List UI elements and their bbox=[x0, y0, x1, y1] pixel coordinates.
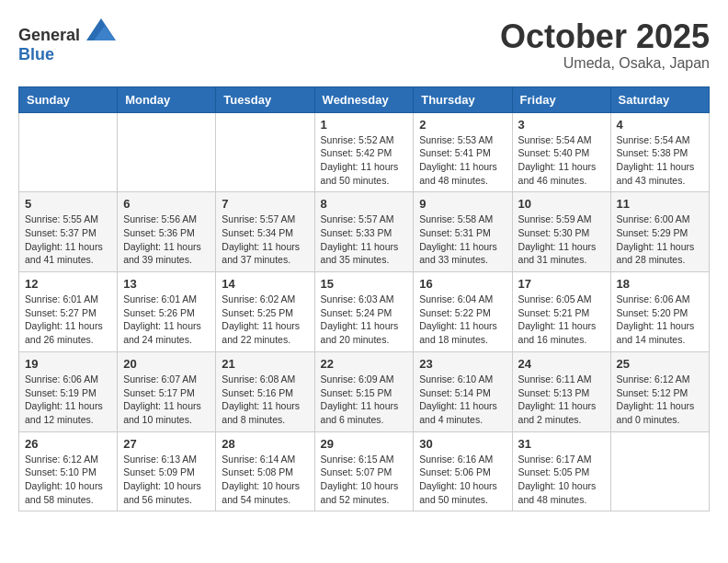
day-number: 31 bbox=[518, 437, 605, 451]
calendar-cell bbox=[610, 431, 709, 511]
day-info: Sunrise: 6:00 AM Sunset: 5:29 PM Dayligh… bbox=[617, 213, 703, 267]
calendar-cell: 12Sunrise: 6:01 AM Sunset: 5:27 PM Dayli… bbox=[19, 272, 118, 352]
calendar-cell: 18Sunrise: 6:06 AM Sunset: 5:20 PM Dayli… bbox=[610, 272, 709, 352]
day-number: 4 bbox=[617, 118, 703, 132]
day-info: Sunrise: 5:55 AM Sunset: 5:37 PM Dayligh… bbox=[25, 213, 111, 267]
day-number: 20 bbox=[123, 357, 210, 371]
calendar-cell bbox=[118, 112, 216, 192]
calendar-cell: 29Sunrise: 6:15 AM Sunset: 5:07 PM Dayli… bbox=[314, 431, 414, 511]
day-number: 17 bbox=[518, 277, 605, 291]
day-number: 12 bbox=[25, 277, 111, 291]
day-info: Sunrise: 6:16 AM Sunset: 5:06 PM Dayligh… bbox=[419, 453, 506, 507]
calendar-cell: 19Sunrise: 6:06 AM Sunset: 5:19 PM Dayli… bbox=[19, 351, 118, 431]
day-number: 19 bbox=[25, 357, 111, 371]
day-info: Sunrise: 5:58 AM Sunset: 5:31 PM Dayligh… bbox=[419, 213, 506, 267]
day-number: 5 bbox=[25, 197, 111, 211]
title-block: October 2025 Umeda, Osaka, Japan bbox=[500, 18, 710, 72]
day-number: 11 bbox=[617, 197, 703, 211]
weekday-header-tuesday: Tuesday bbox=[216, 86, 314, 112]
day-info: Sunrise: 6:15 AM Sunset: 5:07 PM Dayligh… bbox=[321, 453, 408, 507]
day-info: Sunrise: 6:12 AM Sunset: 5:12 PM Dayligh… bbox=[617, 373, 703, 427]
month-title: October 2025 bbox=[500, 18, 710, 55]
weekday-header-monday: Monday bbox=[118, 86, 216, 112]
calendar-cell: 20Sunrise: 6:07 AM Sunset: 5:17 PM Dayli… bbox=[118, 351, 216, 431]
day-info: Sunrise: 6:09 AM Sunset: 5:15 PM Dayligh… bbox=[321, 373, 408, 427]
calendar-table: SundayMondayTuesdayWednesdayThursdayFrid… bbox=[18, 86, 710, 512]
week-row-5: 26Sunrise: 6:12 AM Sunset: 5:10 PM Dayli… bbox=[19, 431, 710, 511]
calendar-cell: 17Sunrise: 6:05 AM Sunset: 5:21 PM Dayli… bbox=[512, 272, 610, 352]
day-number: 14 bbox=[222, 277, 308, 291]
day-info: Sunrise: 6:14 AM Sunset: 5:08 PM Dayligh… bbox=[222, 453, 308, 507]
calendar-cell: 31Sunrise: 6:17 AM Sunset: 5:05 PM Dayli… bbox=[512, 431, 610, 511]
calendar-cell bbox=[19, 112, 118, 192]
calendar-cell: 3Sunrise: 5:54 AM Sunset: 5:40 PM Daylig… bbox=[512, 112, 610, 192]
day-info: Sunrise: 6:05 AM Sunset: 5:21 PM Dayligh… bbox=[518, 293, 605, 347]
calendar-cell: 7Sunrise: 5:57 AM Sunset: 5:34 PM Daylig… bbox=[216, 192, 314, 272]
week-row-1: 1Sunrise: 5:52 AM Sunset: 5:42 PM Daylig… bbox=[19, 112, 710, 192]
logo: General Blue bbox=[18, 18, 116, 64]
day-number: 18 bbox=[617, 277, 703, 291]
day-number: 15 bbox=[321, 277, 408, 291]
day-info: Sunrise: 5:54 AM Sunset: 5:38 PM Dayligh… bbox=[617, 133, 703, 188]
day-info: Sunrise: 6:10 AM Sunset: 5:14 PM Dayligh… bbox=[419, 373, 506, 427]
day-number: 9 bbox=[419, 197, 506, 211]
calendar-cell: 11Sunrise: 6:00 AM Sunset: 5:29 PM Dayli… bbox=[610, 192, 709, 272]
week-row-2: 5Sunrise: 5:55 AM Sunset: 5:37 PM Daylig… bbox=[19, 192, 710, 272]
day-number: 3 bbox=[518, 118, 605, 132]
day-info: Sunrise: 5:57 AM Sunset: 5:33 PM Dayligh… bbox=[321, 213, 408, 267]
day-number: 30 bbox=[419, 437, 506, 451]
day-info: Sunrise: 6:12 AM Sunset: 5:10 PM Dayligh… bbox=[25, 453, 111, 507]
calendar-cell: 14Sunrise: 6:02 AM Sunset: 5:25 PM Dayli… bbox=[216, 272, 314, 352]
calendar-cell: 4Sunrise: 5:54 AM Sunset: 5:38 PM Daylig… bbox=[610, 112, 709, 192]
calendar-cell: 21Sunrise: 6:08 AM Sunset: 5:16 PM Dayli… bbox=[216, 351, 314, 431]
week-row-3: 12Sunrise: 6:01 AM Sunset: 5:27 PM Dayli… bbox=[19, 272, 710, 352]
day-info: Sunrise: 6:08 AM Sunset: 5:16 PM Dayligh… bbox=[222, 373, 308, 427]
page-header: General Blue October 2025 Umeda, Osaka, … bbox=[18, 18, 710, 72]
day-info: Sunrise: 5:53 AM Sunset: 5:41 PM Dayligh… bbox=[419, 133, 506, 188]
day-number: 28 bbox=[222, 437, 308, 451]
day-info: Sunrise: 6:07 AM Sunset: 5:17 PM Dayligh… bbox=[123, 373, 210, 427]
weekday-header-saturday: Saturday bbox=[610, 86, 709, 112]
weekday-header-wednesday: Wednesday bbox=[314, 86, 414, 112]
calendar-cell: 25Sunrise: 6:12 AM Sunset: 5:12 PM Dayli… bbox=[610, 351, 709, 431]
day-info: Sunrise: 6:03 AM Sunset: 5:24 PM Dayligh… bbox=[321, 293, 408, 347]
logo-blue: Blue bbox=[18, 45, 54, 63]
calendar-cell: 8Sunrise: 5:57 AM Sunset: 5:33 PM Daylig… bbox=[314, 192, 414, 272]
day-info: Sunrise: 5:59 AM Sunset: 5:30 PM Dayligh… bbox=[518, 213, 605, 267]
day-info: Sunrise: 6:01 AM Sunset: 5:27 PM Dayligh… bbox=[25, 293, 111, 347]
calendar-cell: 6Sunrise: 5:56 AM Sunset: 5:36 PM Daylig… bbox=[118, 192, 216, 272]
calendar-cell: 23Sunrise: 6:10 AM Sunset: 5:14 PM Dayli… bbox=[414, 351, 512, 431]
day-number: 10 bbox=[518, 197, 605, 211]
calendar-cell: 26Sunrise: 6:12 AM Sunset: 5:10 PM Dayli… bbox=[19, 431, 118, 511]
day-number: 25 bbox=[617, 357, 703, 371]
day-info: Sunrise: 6:13 AM Sunset: 5:09 PM Dayligh… bbox=[123, 453, 210, 507]
day-info: Sunrise: 6:17 AM Sunset: 5:05 PM Dayligh… bbox=[518, 453, 605, 507]
day-info: Sunrise: 6:06 AM Sunset: 5:20 PM Dayligh… bbox=[617, 293, 703, 347]
day-number: 6 bbox=[123, 197, 210, 211]
day-info: Sunrise: 6:11 AM Sunset: 5:13 PM Dayligh… bbox=[518, 373, 605, 427]
logo-icon bbox=[86, 18, 116, 40]
logo-text: General Blue bbox=[18, 18, 116, 64]
calendar-cell: 13Sunrise: 6:01 AM Sunset: 5:26 PM Dayli… bbox=[118, 272, 216, 352]
day-info: Sunrise: 5:54 AM Sunset: 5:40 PM Dayligh… bbox=[518, 133, 605, 188]
day-number: 7 bbox=[222, 197, 308, 211]
calendar-cell: 22Sunrise: 6:09 AM Sunset: 5:15 PM Dayli… bbox=[314, 351, 414, 431]
weekday-header-row: SundayMondayTuesdayWednesdayThursdayFrid… bbox=[19, 86, 710, 112]
calendar-cell: 27Sunrise: 6:13 AM Sunset: 5:09 PM Dayli… bbox=[118, 431, 216, 511]
calendar-cell: 15Sunrise: 6:03 AM Sunset: 5:24 PM Dayli… bbox=[314, 272, 414, 352]
calendar-cell: 10Sunrise: 5:59 AM Sunset: 5:30 PM Dayli… bbox=[512, 192, 610, 272]
weekday-header-thursday: Thursday bbox=[414, 86, 512, 112]
day-number: 26 bbox=[25, 437, 111, 451]
calendar-cell: 24Sunrise: 6:11 AM Sunset: 5:13 PM Dayli… bbox=[512, 351, 610, 431]
day-info: Sunrise: 6:06 AM Sunset: 5:19 PM Dayligh… bbox=[25, 373, 111, 427]
day-number: 23 bbox=[419, 357, 506, 371]
calendar-cell: 30Sunrise: 6:16 AM Sunset: 5:06 PM Dayli… bbox=[414, 431, 512, 511]
location: Umeda, Osaka, Japan bbox=[500, 55, 710, 72]
day-info: Sunrise: 5:57 AM Sunset: 5:34 PM Dayligh… bbox=[222, 213, 308, 267]
day-number: 13 bbox=[123, 277, 210, 291]
day-number: 22 bbox=[321, 357, 408, 371]
calendar-cell bbox=[216, 112, 314, 192]
calendar-cell: 5Sunrise: 5:55 AM Sunset: 5:37 PM Daylig… bbox=[19, 192, 118, 272]
weekday-header-friday: Friday bbox=[512, 86, 610, 112]
day-number: 16 bbox=[419, 277, 506, 291]
